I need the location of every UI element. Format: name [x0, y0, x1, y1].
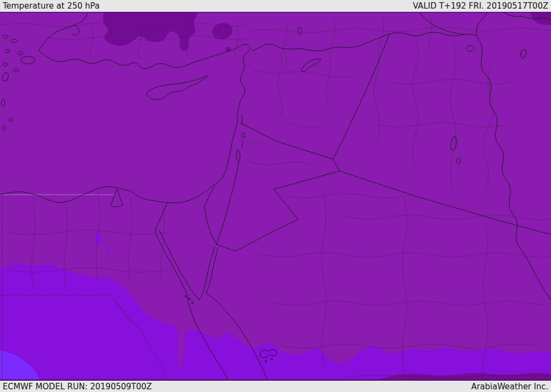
- page-title: Temperature at 250 hPa: [3, 0, 100, 12]
- weather-map: [0, 12, 551, 381]
- model-run-label: ECMWF MODEL RUN: 20190509T00Z: [3, 381, 152, 392]
- arabiaweather-model-chart-window: Temperature at 250 hPa VALID T+192 FRI. …: [0, 0, 551, 392]
- footer-bar: ECMWF MODEL RUN: 20190509T00Z ArabiaWeat…: [0, 381, 551, 392]
- branding-label: ArabiaWeather Inc.: [471, 381, 548, 392]
- weather-map-canvas: [0, 12, 551, 381]
- header-bar: Temperature at 250 hPa VALID T+192 FRI. …: [0, 0, 551, 12]
- valid-time-label: VALID T+192 FRI. 20190517T00Z: [413, 0, 548, 12]
